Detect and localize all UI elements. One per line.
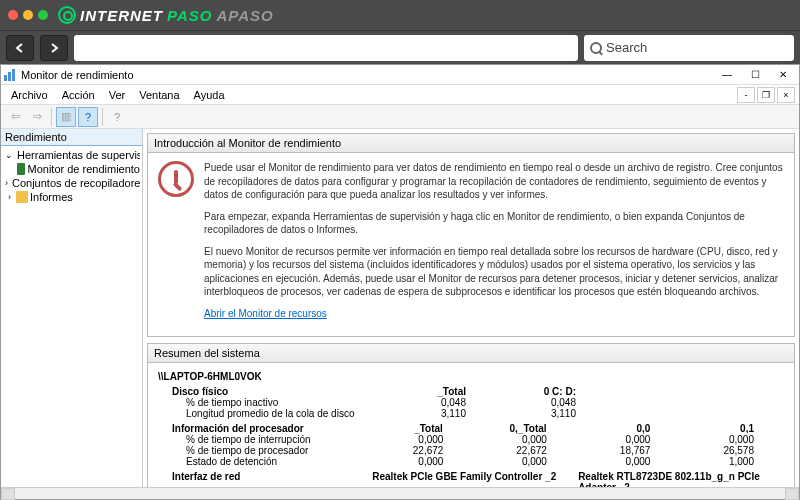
brand-text-3: APASO — [216, 7, 273, 24]
nav-forward-button[interactable]: ⇨ — [27, 107, 47, 127]
open-resource-monitor-link[interactable]: Abrir el Monitor de recursos — [204, 308, 327, 319]
gauge-icon — [158, 161, 194, 197]
menu-archivo[interactable]: Archivo — [5, 87, 54, 103]
back-button[interactable] — [6, 35, 34, 61]
table-row: % de tiempo de interrupción0,0000,0000,0… — [186, 434, 784, 445]
disk-group: Disco físico _Total 0 C: D: — [172, 386, 784, 397]
address-bar[interactable] — [74, 35, 578, 61]
cpu-group: Información del procesador _Total0,_Tota… — [172, 423, 784, 434]
net-group: Interfaz de red Realtek PCIe GBE Family … — [172, 471, 784, 487]
sidebar: Rendimiento ⌄ Herramientas de supervisió… — [1, 129, 143, 487]
show-hide-tree-button[interactable]: ▥ — [56, 107, 76, 127]
brand-text-1: INTERNET — [80, 7, 163, 24]
menu-ventana[interactable]: Ventana — [133, 87, 185, 103]
close-dot[interactable] — [8, 10, 18, 20]
mdi-close[interactable]: × — [777, 87, 795, 103]
app-title: Monitor de rendimiento — [21, 69, 713, 81]
intro-p3: El nuevo Monitor de recursos permite ver… — [204, 245, 784, 299]
folder-icon — [16, 191, 28, 203]
app-icon — [3, 68, 17, 82]
menu-ver[interactable]: Ver — [103, 87, 132, 103]
intro-p1: Puede usar el Monitor de rendimiento par… — [204, 161, 784, 202]
menubar: Archivo Acción Ver Ventana Ayuda - ❐ × — [1, 85, 799, 105]
toolbar: ⇦ ⇨ ▥ ? ? — [1, 105, 799, 129]
expand-icon[interactable]: › — [5, 178, 8, 188]
tree-item-monitor[interactable]: Monitor de rendimiento — [3, 162, 140, 176]
svg-rect-0 — [4, 75, 7, 81]
minimize-dot[interactable] — [23, 10, 33, 20]
maximize-button[interactable]: ☐ — [741, 66, 769, 84]
mdi-restore[interactable]: ❐ — [757, 87, 775, 103]
tree-item-collectors[interactable]: › Conjuntos de recopiladores — [3, 176, 140, 190]
summary-header: Resumen del sistema — [148, 344, 794, 363]
window-controls-mac — [8, 10, 48, 20]
sidebar-tab[interactable]: Rendimiento — [1, 129, 142, 146]
search-icon — [590, 42, 602, 54]
forward-button[interactable] — [40, 35, 68, 61]
intro-p2: Para empezar, expanda Herramientas de su… — [204, 210, 784, 237]
brand-text-2: PASO — [167, 7, 212, 24]
tree-item-reports[interactable]: › Informes — [3, 190, 140, 204]
app-titlebar: Monitor de rendimiento — ☐ ✕ — [1, 65, 799, 85]
expand-icon[interactable]: › — [5, 192, 14, 202]
help-button[interactable]: ? — [107, 107, 127, 127]
minimize-button[interactable]: — — [713, 66, 741, 84]
search-placeholder: Search — [606, 40, 647, 55]
search-box[interactable]: Search — [584, 35, 794, 61]
menu-ayuda[interactable]: Ayuda — [188, 87, 231, 103]
content-area: Introducción al Monitor de rendimiento P… — [143, 129, 799, 487]
tree-item-label: Monitor de rendimiento — [27, 163, 140, 175]
app-window: Monitor de rendimiento — ☐ ✕ Archivo Acc… — [0, 64, 800, 500]
tree-item-label: Herramientas de supervisión — [17, 149, 140, 161]
browser-nav-bar: Search — [0, 30, 800, 64]
summary-panel: Resumen del sistema \\LAPTOP-6HML0VOK Di… — [147, 343, 795, 487]
table-row: % de tiempo de procesador22,67222,67218,… — [186, 445, 784, 456]
window-controls-win: — ☐ ✕ — [713, 66, 797, 84]
tree-item-label: Conjuntos de recopiladores — [12, 177, 140, 189]
maximize-dot[interactable] — [38, 10, 48, 20]
tree-root[interactable]: ⌄ Herramientas de supervisión — [3, 148, 140, 162]
brand-icon — [58, 6, 76, 24]
expand-icon[interactable]: ⌄ — [5, 150, 13, 160]
svg-rect-1 — [8, 72, 11, 81]
table-row: Longitud promedio de la cola de disco3,1… — [186, 408, 784, 419]
browser-titlebar: INTERNETPASOAPASO — [0, 0, 800, 30]
mdi-minimize[interactable]: - — [737, 87, 755, 103]
horizontal-scrollbar[interactable] — [1, 487, 799, 499]
brand-logo: INTERNETPASOAPASO — [58, 6, 274, 24]
menu-accion[interactable]: Acción — [56, 87, 101, 103]
properties-button[interactable]: ? — [78, 107, 98, 127]
intro-panel: Introducción al Monitor de rendimiento P… — [147, 133, 795, 337]
intro-text: Puede usar el Monitor de rendimiento par… — [204, 161, 784, 328]
monitor-icon — [17, 163, 25, 175]
tree-item-label: Informes — [30, 191, 73, 203]
tree: ⌄ Herramientas de supervisión Monitor de… — [1, 146, 142, 206]
table-row: % de tiempo inactivo0,0480,048 — [186, 397, 784, 408]
nav-back-button[interactable]: ⇦ — [5, 107, 25, 127]
svg-rect-2 — [12, 69, 15, 81]
close-button[interactable]: ✕ — [769, 66, 797, 84]
host-name: \\LAPTOP-6HML0VOK — [158, 371, 784, 382]
table-row: Estado de detención0,0000,0000,0001,000 — [186, 456, 784, 467]
intro-header: Introducción al Monitor de rendimiento — [148, 134, 794, 153]
